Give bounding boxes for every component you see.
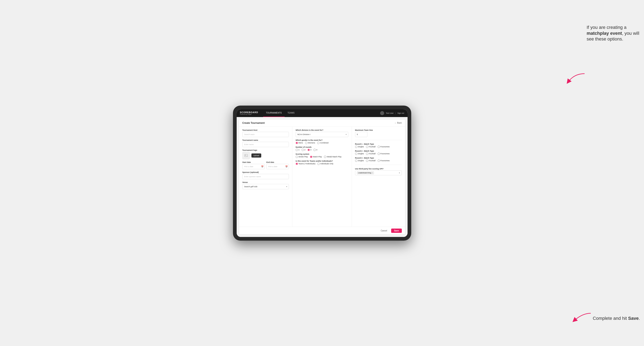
round-4[interactable]: 4: [314, 149, 318, 151]
scoring-stroke-play[interactable]: Stroke Play: [296, 156, 308, 158]
round1-fourball[interactable]: Fourball: [366, 146, 376, 148]
form-body: Tournament Host Tournament name Tourname…: [239, 127, 405, 227]
gender-combined[interactable]: Combined: [317, 142, 328, 144]
scoring-radio-group: Stroke Play Match Play Medal Match Play: [296, 156, 348, 158]
teams-option[interactable]: Teams (+Individuals): [296, 163, 316, 165]
api-label: Use third-party live scoring API?: [355, 168, 402, 170]
end-date-label: End date: [266, 161, 289, 163]
round-1[interactable]: 1: [296, 149, 300, 151]
individuals-option[interactable]: Individuals Only: [318, 163, 333, 165]
venue-label: Venue: [242, 181, 289, 183]
round1-match-type: Round 1 - Match Type Singles Fourball: [355, 143, 402, 148]
tournament-logo-label: Tournament logo: [242, 149, 289, 151]
svg-point-1: [245, 155, 246, 155]
tournament-host-field: Tournament Host: [242, 129, 289, 137]
scoring-field: Scoring system Stroke Play Match Play: [296, 153, 348, 158]
round-3-label: 3: [310, 149, 312, 151]
gender-combined-label: Combined: [320, 142, 328, 144]
gender-mens[interactable]: Mens: [296, 142, 303, 144]
division-label: Which division is the event for?: [296, 129, 348, 131]
form-header: Create Tournament ← Back: [239, 120, 405, 127]
back-button[interactable]: ← Back: [394, 122, 402, 124]
round-3[interactable]: 3: [308, 149, 312, 151]
round3-label: Round 3 - Match Type: [355, 157, 402, 159]
user-avatar: [380, 111, 384, 115]
round2-fourball[interactable]: Fourball: [366, 153, 376, 155]
round1-foursomes[interactable]: Foursomes: [378, 146, 390, 148]
scoring-match-play[interactable]: Match Play: [310, 156, 322, 158]
powered-by-text: Powered by clippit: [240, 114, 258, 115]
gender-mens-label: Mens: [298, 142, 303, 144]
teams-radio-group: Teams (+Individuals) Individuals Only: [296, 163, 348, 165]
venue-field: Venue Search golf club: [242, 181, 289, 189]
round3-fourball-label: Fourball: [369, 160, 376, 162]
nav-item-teams[interactable]: TEAMS: [284, 109, 297, 117]
sponsor-label: Sponsor (optional): [242, 171, 289, 173]
round2-label: Round 2 - Match Type: [355, 150, 402, 152]
venue-select-wrap: Search golf club: [242, 184, 289, 189]
nav-separator: |: [395, 112, 396, 114]
gender-womens[interactable]: Womens: [305, 142, 315, 144]
form-left-column: Tournament Host Tournament name Tourname…: [239, 127, 292, 227]
round1-singles[interactable]: Singles: [355, 146, 364, 148]
scoring-label: Scoring system: [296, 153, 348, 155]
round3-fourball[interactable]: Fourball: [366, 160, 376, 162]
form-container: Create Tournament ← Back Tournament Host…: [239, 120, 405, 234]
scoring-medal-match[interactable]: Medal Match Play: [324, 156, 342, 158]
max-team-size-input[interactable]: [355, 132, 368, 137]
round2-foursomes-label: Foursomes: [380, 153, 390, 155]
round1-singles-label: Singles: [358, 146, 364, 148]
round-1-label: 1: [298, 149, 300, 151]
gender-womens-label: Womens: [308, 142, 315, 144]
individuals-label: Individuals Only: [320, 163, 333, 165]
round3-singles[interactable]: Singles: [355, 160, 364, 162]
logo-placeholder: [242, 152, 250, 159]
save-button[interactable]: Save: [391, 229, 402, 233]
tournament-host-input[interactable]: [242, 132, 289, 137]
round-2-label: 2: [304, 149, 306, 151]
tournament-name-input[interactable]: [242, 142, 289, 147]
round3-foursomes[interactable]: Foursomes: [378, 160, 390, 162]
round2-match-type: Round 2 - Match Type Singles Fourball: [355, 150, 402, 155]
arrow-bottom-right: [570, 311, 595, 324]
round2-singles[interactable]: Singles: [355, 153, 364, 155]
start-date-wrap: 📅: [242, 164, 265, 169]
tournament-host-label: Tournament Host: [242, 129, 289, 131]
round2-fourball-label: Fourball: [369, 153, 376, 155]
arrow-top-right: [564, 72, 589, 88]
api-value: Leaderboard King: [358, 172, 371, 174]
rounds-label: Number of rounds: [296, 146, 348, 148]
end-calendar-icon: 📅: [285, 165, 288, 168]
sponsor-input[interactable]: [242, 174, 289, 179]
start-date-field: Start date 📅: [242, 161, 265, 169]
scoring-match-label: Match Play: [313, 156, 322, 158]
round2-foursomes[interactable]: Foursomes: [378, 153, 390, 155]
api-field: Use third-party live scoring API? Leader…: [355, 168, 402, 175]
scoring-stroke-label: Stroke Play: [298, 156, 308, 158]
venue-select[interactable]: Search golf club: [242, 184, 289, 189]
gender-field: Which gender is the event for? Mens Wome…: [296, 139, 348, 144]
nav-items: TOURNAMENTS TEAMS: [263, 109, 380, 117]
user-name: Test User: [386, 112, 394, 114]
api-select-wrap[interactable]: Leaderboard King × ▾: [355, 171, 402, 175]
round-2[interactable]: 2: [302, 149, 306, 151]
upload-button[interactable]: Upload: [252, 154, 262, 158]
round1-foursomes-label: Foursomes: [380, 146, 390, 148]
round3-foursomes-label: Foursomes: [380, 160, 390, 162]
round1-label: Round 1 - Match Type: [355, 143, 402, 145]
teams-label: Is this event for Teams and/or Individua…: [296, 160, 348, 162]
division-select[interactable]: NCAA Division I: [296, 132, 348, 137]
tournament-name-field: Tournament name: [242, 139, 289, 147]
sponsor-field: Sponsor (optional): [242, 171, 289, 179]
tablet-screen: SCOREBOARD Powered by clippit TOURNAMENT…: [237, 109, 408, 237]
gender-label: Which gender is the event for?: [296, 139, 348, 141]
cancel-button[interactable]: Cancel: [378, 229, 390, 233]
sign-out-link[interactable]: Sign out: [397, 112, 404, 114]
brand-name: SCOREBOARD: [240, 111, 258, 114]
date-row: Start date 📅 End date 📅: [242, 161, 289, 169]
max-team-size-label: Maximum Team Size: [355, 129, 402, 131]
api-close-icon[interactable]: ×: [372, 172, 373, 174]
page-title: Create Tournament: [242, 122, 265, 124]
tournament-name-label: Tournament name: [242, 139, 289, 141]
nav-item-tournaments[interactable]: TOURNAMENTS: [263, 109, 284, 117]
